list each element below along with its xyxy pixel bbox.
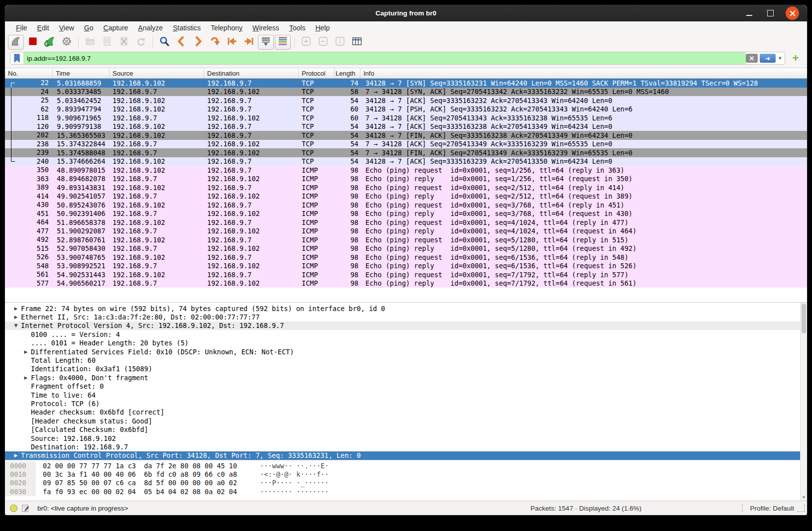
expert-info-icon[interactable] [10, 505, 17, 512]
auto-scroll-button[interactable] [258, 35, 274, 50]
next-packet-button[interactable] [190, 35, 206, 50]
packet-row-548[interactable]: 54853.908992521192.168.9.7192.168.9.102I… [5, 262, 807, 271]
packet-row-430[interactable]: 43050.895243076192.168.9.102192.168.9.7I… [5, 201, 807, 210]
packet-row-62[interactable]: 629.893947794192.168.9.102192.168.9.7TCP… [5, 105, 807, 114]
last-packet-button[interactable] [241, 35, 257, 50]
colorize-button[interactable] [275, 35, 291, 50]
packet-row-202[interactable]: 20215.365365503192.168.9.102192.168.9.7T… [5, 131, 807, 140]
packet-row-239[interactable]: 23915.374588048192.168.9.7192.168.9.102T… [5, 148, 807, 157]
collapse-arrow-icon[interactable]: ▶ [11, 306, 21, 311]
menu-go[interactable]: Go [79, 23, 99, 33]
menu-capture[interactable]: Capture [99, 23, 133, 33]
packet-row-526[interactable]: 52653.900748765192.168.9.102192.168.9.7I… [5, 253, 807, 262]
menu-tools[interactable]: Tools [284, 23, 311, 33]
resize-grip[interactable] [797, 504, 805, 512]
detail-line[interactable]: ▶Frame 22: 74 bytes on wire (592 bits), … [5, 304, 800, 313]
packet-row-561[interactable]: 56154.902531443192.168.9.102192.168.9.7I… [5, 270, 807, 279]
first-packet-button[interactable] [224, 35, 240, 50]
column-header-info[interactable]: Info [360, 68, 807, 78]
minimize-button[interactable] [744, 8, 755, 19]
packet-row-389[interactable]: 38949.893143831192.168.9.102192.168.9.7I… [5, 183, 807, 192]
find-packet-button[interactable] [156, 35, 172, 50]
close-button[interactable] [786, 6, 799, 20]
hex-row-0010[interactable]: 001000 3c 3a f1 40 00 40 06 6b fd c0 a8 … [5, 470, 800, 478]
packet-details-pane[interactable]: ▶Frame 22: 74 bytes on wire (592 bits), … [5, 303, 800, 460]
packet-row-25[interactable]: 255.033462452192.168.9.102192.168.9.7TCP… [5, 96, 807, 105]
collapse-arrow-icon[interactable]: ▶ [21, 375, 31, 380]
packet-row-118[interactable]: 1189.909671965192.168.9.7192.168.9.102TC… [5, 113, 807, 122]
packet-row-464[interactable]: 46451.896658378192.168.9.102192.168.9.7I… [5, 218, 807, 227]
detail-line[interactable]: ▶Differentiated Services Field: 0x10 (DS… [5, 347, 800, 356]
detail-line[interactable]: ▶Transmission Control Protocol, Src Port… [5, 451, 800, 460]
filter-add-button[interactable]: + [789, 52, 802, 64]
detail-line[interactable]: ▼Internet Protocol Version 4, Src: 192.1… [5, 321, 800, 330]
detail-line[interactable]: Source: 192.168.9.102 [5, 434, 800, 442]
collapse-arrow-icon[interactable]: ▶ [11, 315, 21, 319]
column-header-no[interactable]: No. [5, 68, 53, 78]
go-to-packet-button[interactable] [207, 35, 223, 50]
start-capture-button[interactable] [8, 35, 24, 50]
menu-analyze[interactable]: Analyze [133, 23, 168, 33]
packet-row-492[interactable]: 49252.898760761192.168.9.102192.168.9.7I… [5, 235, 807, 244]
menu-help[interactable]: Help [310, 23, 335, 33]
column-header-length[interactable]: Length [335, 68, 360, 78]
packet-row-515[interactable]: 51552.907058430192.168.9.7192.168.9.102I… [5, 244, 807, 253]
packet-row-24[interactable]: 245.033373485192.168.9.7192.168.9.102TCP… [5, 88, 807, 97]
packet-row-240[interactable]: 24015.374666264192.168.9.102192.168.9.7T… [5, 157, 807, 166]
packet-row-238[interactable]: 23815.374322844192.168.9.7192.168.9.102T… [5, 140, 807, 149]
detail-line[interactable]: 0100 .... = Version: 4 [5, 330, 800, 338]
column-header-time[interactable]: Time [53, 68, 110, 78]
collapse-arrow-icon[interactable]: ▶ [11, 453, 21, 458]
scrollbar-down-arrow[interactable]: ▼ [801, 494, 807, 501]
packet-row-363[interactable]: 36348.894682078192.168.9.7192.168.9.102I… [5, 175, 807, 184]
menu-file[interactable]: File [11, 23, 32, 33]
menu-wireless[interactable]: Wireless [247, 23, 284, 33]
restart-capture-button[interactable] [42, 35, 58, 50]
previous-packet-button[interactable] [173, 35, 189, 50]
column-header-protocol[interactable]: Protocol [299, 68, 335, 78]
filter-dropdown-arrow[interactable]: ▼ [776, 56, 785, 61]
hex-row-0020[interactable]: 002009 07 85 50 00 07 c6 ca 8d 5f 00 00 … [5, 479, 800, 487]
detail-line[interactable]: [Header checksum status: Good] [5, 417, 800, 425]
hex-row-0000[interactable]: 000002 00 00 77 77 77 1a c3 da 7f 2e 80 … [5, 461, 800, 470]
scrollbar-thumb[interactable] [802, 304, 806, 333]
menu-statistics[interactable]: Statistics [168, 23, 206, 33]
profile-selector[interactable]: Profile: Default [750, 505, 794, 512]
detail-line[interactable]: Fragment offset: 0 [5, 382, 800, 391]
detail-line[interactable]: Destination: 192.168.9.7 [5, 442, 800, 451]
packet-row-477[interactable]: 47751.900292087192.168.9.7192.168.9.102I… [5, 227, 807, 236]
packet-row-22[interactable]: 225.031688859192.168.9.102192.168.9.7TCP… [5, 79, 807, 88]
detail-line[interactable]: Protocol: TCP (6) [5, 399, 800, 408]
detail-line[interactable]: Header checksum: 0x6bfd [correct] [5, 408, 800, 417]
menu-edit[interactable]: Edit [32, 23, 54, 33]
packet-row-120[interactable]: 1209.909979138192.168.9.102192.168.9.7TC… [5, 122, 807, 131]
detail-line[interactable]: Total Length: 60 [5, 356, 800, 364]
packet-bytes-pane[interactable]: 000002 00 00 77 77 77 1a c3 da 7f 2e 80 … [5, 460, 800, 501]
stop-capture-button[interactable] [25, 35, 41, 50]
packet-row-414[interactable]: 41449.902541057192.168.9.7192.168.9.102I… [5, 192, 807, 201]
detail-line[interactable]: Time to live: 64 [5, 391, 800, 399]
packet-row-577[interactable]: 57754.906560217192.168.9.7192.168.9.102I… [5, 279, 807, 288]
column-header-source[interactable]: Source [110, 68, 204, 78]
filter-clear-button[interactable]: ✕ [746, 54, 758, 63]
menu-telephony[interactable]: Telephony [206, 23, 247, 33]
detail-line[interactable]: ▶Flags: 0x4000, Don't fragment [5, 373, 800, 382]
display-filter-input[interactable]: ip.addr==192.168.9.7 [24, 52, 746, 64]
detail-line[interactable]: Identification: 0x3af1 (15089) [5, 365, 800, 373]
menu-view[interactable]: View [54, 23, 79, 33]
titlebar[interactable]: Capturing from br0 [5, 5, 807, 21]
filter-apply-button[interactable]: ➜ [760, 54, 776, 63]
capture-options-button[interactable] [59, 35, 75, 50]
expand-arrow-icon[interactable]: ▼ [11, 323, 21, 328]
hex-row-0030[interactable]: 0030fa f0 93 ec 00 00 02 04 05 b4 04 02 … [5, 487, 800, 496]
detail-line[interactable]: [Calculated Checksum: 0x6bfd] [5, 425, 800, 433]
packet-row-350[interactable]: 35048.890978015192.168.9.102192.168.9.7I… [5, 166, 807, 175]
capture-comment-icon[interactable] [21, 504, 29, 512]
column-header-destination[interactable]: Destination [204, 68, 299, 78]
packet-row-451[interactable]: 45150.902391406192.168.9.7192.168.9.102I… [5, 210, 807, 218]
detail-line[interactable]: .... 0101 = Header Length: 20 bytes (5) [5, 339, 800, 347]
resize-columns-button[interactable] [349, 35, 365, 50]
details-scrollbar[interactable]: ▼ [800, 303, 807, 501]
collapse-arrow-icon[interactable]: ▶ [21, 349, 31, 354]
detail-line[interactable]: ▶Ethernet II, Src: 1a:c3:da:7f:2e:80, Ds… [5, 313, 800, 321]
